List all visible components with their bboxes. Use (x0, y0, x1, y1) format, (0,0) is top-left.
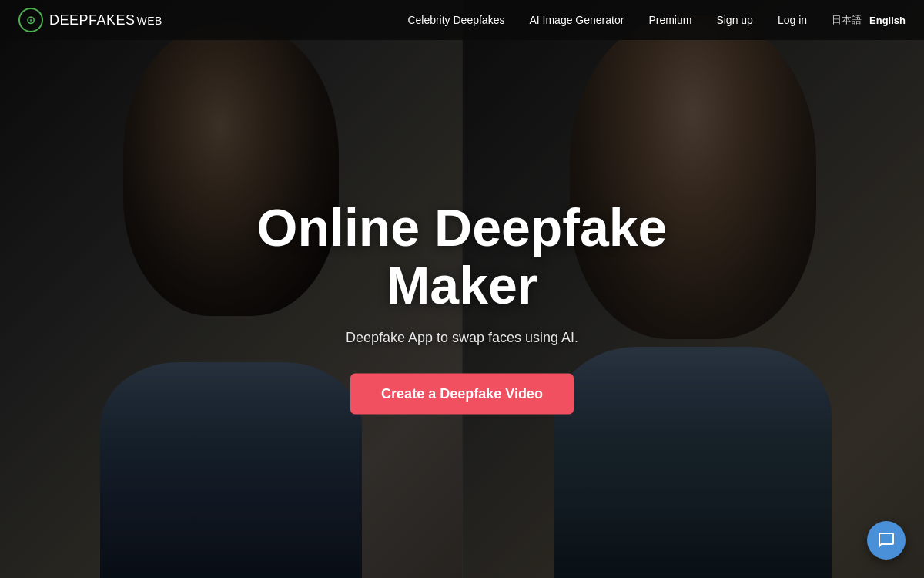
chat-icon (877, 531, 896, 549)
logo-icon: ⊙ (18, 8, 43, 32)
hero-section: ⊙ DEEPFAKESWEB Celebrity Deepfakes AI Im… (0, 0, 924, 578)
nav-celebrity-deepfakes[interactable]: Celebrity Deepfakes (407, 14, 504, 26)
hero-content: Online Deepfake Maker Deepfake App to sw… (231, 199, 693, 415)
logo-text: DEEPFAKESWEB (49, 12, 162, 29)
chat-button[interactable] (867, 521, 906, 560)
nav-log-in[interactable]: Log in (778, 14, 807, 26)
hero-title-line2: Maker (387, 255, 538, 314)
nav-links: Celebrity Deepfakes AI Image Generator P… (407, 14, 807, 26)
logo[interactable]: ⊙ DEEPFAKESWEB (18, 8, 162, 32)
nav-language: 日本語 English (832, 13, 906, 27)
create-deepfake-button[interactable]: Create a Deepfake Video (350, 373, 574, 414)
nav-premium[interactable]: Premium (648, 14, 691, 26)
hero-title-line1: Online Deepfake (257, 198, 668, 257)
lang-japanese[interactable]: 日本語 (832, 13, 862, 27)
hero-subtitle: Deepfake App to swap faces using AI. (231, 329, 693, 345)
hero-title: Online Deepfake Maker (231, 199, 693, 314)
nav-ai-image-generator[interactable]: AI Image Generator (529, 14, 624, 26)
lang-english[interactable]: English (869, 15, 906, 26)
nav-sign-up[interactable]: Sign up (716, 14, 752, 26)
navbar: ⊙ DEEPFAKESWEB Celebrity Deepfakes AI Im… (0, 0, 924, 40)
